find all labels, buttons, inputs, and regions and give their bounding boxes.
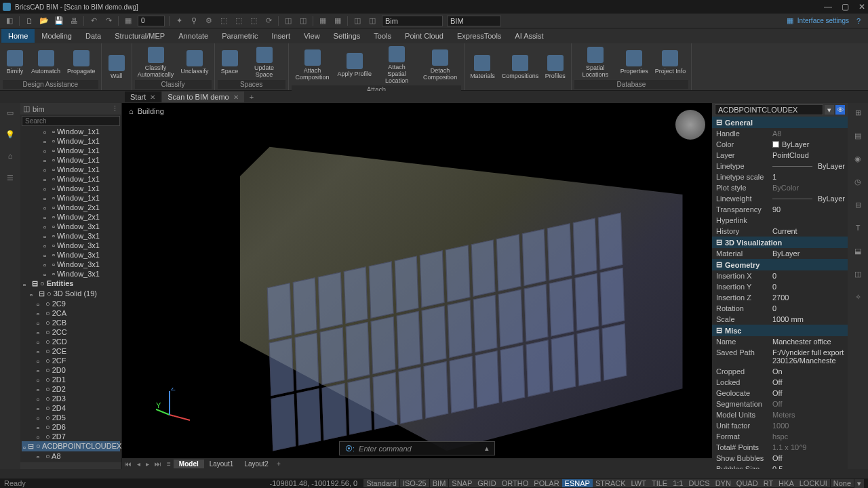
tree-item[interactable]: ▫▫ Window_1x1 (22, 193, 120, 203)
layer-icon[interactable]: ▦ (123, 16, 134, 26)
ribbon-unclassify-button[interactable]: Unclassify (178, 49, 212, 76)
tab-tools[interactable]: Tools (367, 29, 398, 43)
layout-tab-1[interactable]: Layout1 (204, 460, 239, 468)
cursor-icon[interactable]: ▭ (3, 106, 17, 119)
ribbon-update-space-button[interactable]: Update Space (243, 45, 285, 79)
prop-row[interactable]: Total# Points1.1 x 10^9 (712, 442, 848, 453)
status-toggle-lwt[interactable]: LWT (629, 479, 649, 487)
section-icon[interactable]: ⬓ (851, 244, 865, 258)
layout-first-icon[interactable]: ⏮ (122, 460, 134, 468)
new-icon[interactable]: 🗋 (24, 16, 35, 26)
status-toggle-rt[interactable]: RT (761, 479, 776, 487)
search-input[interactable] (22, 116, 120, 126)
tree-item[interactable]: ▫⊟ ○ Entities (22, 279, 120, 289)
layout-tab-2[interactable]: Layout2 (239, 460, 274, 468)
status-toggle-grid[interactable]: GRID (475, 479, 499, 487)
tree-item[interactable]: ▫○ 2D6 (22, 422, 120, 432)
print-icon[interactable]: 🖶 (68, 16, 79, 26)
status-bim[interactable]: BIM (430, 479, 449, 487)
save-icon[interactable]: 💾 (54, 16, 64, 26)
tree-item[interactable]: ▫○ 2C9 (22, 299, 120, 308)
profile-combo-1[interactable]: Bim (382, 16, 443, 26)
prop-section[interactable]: ⊟General (712, 117, 848, 128)
prop-row[interactable]: Unit factor1000 (712, 420, 848, 431)
status-toggle-dyn[interactable]: DYN (713, 479, 734, 487)
prop-row[interactable]: Show BubblesOff (712, 453, 848, 464)
layout-list-icon[interactable]: ≡ (164, 460, 174, 468)
status-toggle-polar[interactable]: POLAR (531, 479, 561, 487)
prop-row[interactable]: GeolocateOff (712, 388, 848, 399)
tree-item[interactable]: ▫○ 2D5 (22, 413, 120, 422)
tab-modeling[interactable]: Modeling (35, 29, 79, 43)
app-menu-button[interactable]: ◧ (4, 16, 15, 26)
text-icon[interactable]: T (851, 221, 865, 235)
tree-item[interactable]: ▫○ A8 (22, 451, 120, 461)
prop-row[interactable]: Insertion Z2700 (712, 292, 848, 303)
prop-row[interactable]: Linetype scale1 (712, 171, 848, 182)
3d-viewport[interactable]: ⌂ Building Z Y ⦿: Enter command ▴ ⏮ ◂ ▸ … (122, 103, 712, 469)
layout-add-icon[interactable]: + (274, 460, 283, 468)
tab-parametric[interactable]: Parametric (215, 29, 264, 43)
status-toggle-1:1[interactable]: 1:1 (670, 479, 686, 487)
tab-annotate[interactable]: Annotate (172, 29, 215, 43)
tree-item[interactable]: ▫▫ Window_3x1 (22, 231, 120, 241)
tab-data[interactable]: Data (79, 29, 108, 43)
layout-last-icon[interactable]: ⏭ (152, 460, 164, 468)
tree-item[interactable]: ▫▫ Window_1x1 (22, 146, 120, 155)
tree-item[interactable]: ▫▫ Window_2x1 (22, 203, 120, 212)
viewcube[interactable] (675, 110, 705, 140)
tab-home[interactable]: Home (1, 29, 35, 43)
ribbon-wall-button[interactable]: Wall (104, 54, 129, 81)
tool-icon[interactable]: ⬚ (218, 16, 229, 26)
open-icon[interactable]: 📂 (39, 16, 50, 26)
tool-icon[interactable]: ◫ (367, 16, 378, 26)
refresh-icon[interactable]: ⟳ (263, 16, 274, 26)
profile-combo-2[interactable]: BIM (447, 16, 501, 26)
prop-row[interactable]: HistoryCurrent (712, 226, 848, 237)
status-toggle-ortho[interactable]: ORTHO (499, 479, 532, 487)
filter-icon[interactable]: ▾ (825, 105, 834, 115)
tree-item[interactable]: ▫▫ Window_1x1 (22, 174, 120, 184)
layout-prev-icon[interactable]: ◂ (134, 460, 143, 468)
ribbon-attach-composition-button[interactable]: Attach Composition (292, 48, 334, 82)
prop-row[interactable]: SegmentationOff (712, 399, 848, 409)
tree-item[interactable]: ▫○ 2D3 (22, 394, 120, 403)
minimize-button[interactable]: — (824, 2, 832, 12)
status-menu-icon[interactable]: ▾ (854, 479, 864, 488)
prop-row[interactable]: Plot styleByColor (712, 182, 848, 193)
tree-item[interactable]: ▫▫ Window_3x1 (22, 222, 120, 231)
prop-row[interactable]: LayerPointCloud (712, 150, 848, 161)
prop-row[interactable]: Saved PathF:/Vynckier full export 230126… (712, 347, 848, 366)
tree-item[interactable]: ▫▫ Window_3x1 (22, 250, 120, 260)
tree-item[interactable]: ▫○ 2CC (22, 327, 120, 337)
tab-settings[interactable]: Settings (327, 29, 368, 43)
status-toggle-ducs[interactable]: DUCS (686, 479, 712, 487)
layout-tab-model[interactable]: Model (174, 460, 204, 468)
tree-item[interactable]: ▫▫ Window_1x1 (22, 155, 120, 165)
ribbon-bimify-button[interactable]: Bimify (3, 49, 27, 76)
tool-icon[interactable]: ◫ (283, 16, 294, 26)
tool-icon[interactable]: ✦ (174, 16, 184, 26)
interface-settings-link[interactable]: Interface settings (797, 17, 849, 24)
brain-icon[interactable]: ◉ (851, 152, 865, 165)
numeric-input[interactable] (138, 16, 165, 26)
redo-icon[interactable]: ↷ (103, 16, 114, 26)
tool-icon[interactable]: ⬚ (233, 16, 244, 26)
tree-item[interactable]: ▫○ 2D4 (22, 403, 120, 413)
prop-row[interactable]: Rotation0 (712, 303, 848, 314)
prop-row[interactable]: ColorByLayer (712, 139, 848, 150)
clock-icon[interactable]: ◷ (851, 175, 865, 188)
tree-item[interactable]: ▫○ 2D1 (22, 375, 120, 384)
ribbon-attach-spatial-location-button[interactable]: Attach Spatial Location (376, 45, 418, 85)
tool-icon[interactable]: ⬚ (248, 16, 259, 26)
close-icon[interactable]: ✕ (150, 94, 155, 101)
ribbon-spatial-locations-button[interactable]: Spatial Locations (574, 45, 616, 79)
prop-section[interactable]: ⊟Misc (712, 325, 848, 336)
status-toggle-strack[interactable]: STRACK (593, 479, 629, 487)
tree-item[interactable]: ▫▫ Window_2x1 (22, 212, 120, 222)
help-icon[interactable]: ? (853, 16, 864, 26)
chevron-up-icon[interactable]: ▴ (485, 444, 489, 453)
status-toggle-tile[interactable]: TILE (649, 479, 670, 487)
grid-icon[interactable]: ⊞ (851, 106, 865, 119)
tab-pointcloud[interactable]: Point Cloud (398, 29, 450, 43)
